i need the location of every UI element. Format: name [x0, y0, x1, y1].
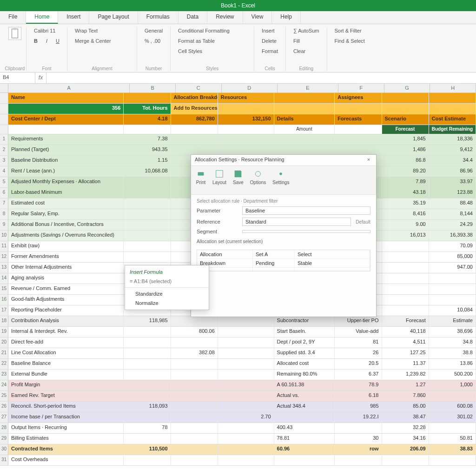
cell[interactable]: 118,985 [124, 316, 171, 326]
row-header[interactable]: 25 [0, 391, 8, 401]
cell[interactable]: 9,412 [429, 145, 476, 155]
cell[interactable] [382, 263, 429, 273]
tab-view[interactable]: View [243, 11, 272, 24]
cell[interactable] [429, 423, 476, 433]
cell[interactable]: 947.00 [429, 263, 476, 273]
cell[interactable] [274, 455, 335, 465]
cell[interactable]: 30 [335, 434, 382, 444]
cell[interactable] [124, 348, 171, 358]
cell[interactable]: 400.43 [274, 423, 335, 433]
cell[interactable]: 1.15 [124, 156, 171, 166]
cell[interactable]: 985 [335, 402, 382, 412]
cell[interactable] [218, 337, 274, 348]
cell[interactable]: 7.89 [382, 177, 429, 187]
cell[interactable]: 1,486 [382, 145, 429, 155]
delete-cells-button[interactable]: Delete [259, 37, 281, 45]
cell[interactable] [171, 134, 218, 145]
insert-cells-button[interactable]: Insert [259, 27, 281, 34]
cell-header-scenario[interactable]: Scenario [382, 114, 429, 125]
cell[interactable] [171, 434, 218, 444]
cell[interactable]: 78.9 [335, 380, 382, 390]
sort-filter-button[interactable]: Sort & Filter [332, 27, 368, 34]
dialog-segment-input[interactable] [242, 230, 370, 233]
cell[interactable] [171, 125, 218, 134]
col-header-c[interactable]: C [176, 84, 222, 93]
cell[interactable] [274, 104, 335, 114]
cell[interactable]: 7.860 [382, 391, 429, 401]
cell-header-estimate[interactable]: Cost Estimate [429, 114, 476, 125]
cell[interactable] [171, 370, 218, 380]
select-all-corner[interactable] [0, 84, 8, 93]
col-header-d[interactable]: D [222, 84, 278, 93]
row-header[interactable]: 7 [0, 198, 8, 209]
cell[interactable]: Exhibit (raw) [8, 241, 124, 251]
cell[interactable] [218, 327, 274, 337]
cell[interactable]: Other Internal Adjustments [8, 263, 124, 273]
cell[interactable]: 356 [8, 104, 124, 114]
cell[interactable] [218, 348, 274, 358]
row-header[interactable]: 21 [0, 348, 8, 358]
format-as-table-button[interactable]: Format as Table [175, 37, 249, 45]
cell[interactable]: 85,000 [429, 252, 476, 262]
cell[interactable] [382, 241, 429, 251]
context-menu-normalize[interactable]: Normalize [125, 298, 209, 308]
cell[interactable]: 800.06 [171, 327, 218, 337]
cell[interactable]: 38.8 [429, 348, 476, 358]
cell[interactable]: 50.81 [429, 434, 476, 444]
cell[interactable]: 11.37 [382, 359, 429, 369]
row-header[interactable]: 20 [0, 337, 8, 348]
row-header[interactable]: 11 [0, 241, 8, 251]
row-header[interactable]: 6 [0, 188, 8, 198]
dialog-list-row[interactable]: BreakdownPendingStable [197, 259, 370, 268]
cell[interactable] [335, 145, 382, 155]
cell[interactable] [124, 241, 171, 251]
cell[interactable]: 34.16 [382, 434, 429, 444]
cell[interactable]: Cost Overheads [8, 455, 124, 465]
cell[interactable] [382, 305, 429, 316]
row-header[interactable]: 31 [0, 455, 8, 465]
cell[interactable]: 19.22.I [335, 412, 382, 423]
tab-file[interactable]: File [0, 11, 26, 24]
cell[interactable]: 34.4 [429, 156, 476, 166]
dialog-save-button[interactable]: Save [233, 169, 244, 192]
cell[interactable]: 35.19 [382, 198, 429, 209]
cell[interactable]: 1.27 [382, 380, 429, 390]
cell[interactable] [124, 337, 171, 348]
cell[interactable]: 8,144 [429, 209, 476, 219]
cell[interactable]: Planned (Target) [8, 145, 124, 155]
col-header-h[interactable]: H [430, 84, 476, 93]
dialog-options-button[interactable]: Options [250, 169, 266, 192]
cell[interactable]: 600.08 [429, 402, 476, 412]
row-header[interactable]: 30 [0, 444, 8, 455]
cell[interactable]: Actual vs. [274, 391, 335, 401]
row-header[interactable]: 23 [0, 370, 8, 380]
cell[interactable]: Supplied std. 3.4 [274, 348, 335, 358]
cell[interactable]: Reconcil. Short-period Items [8, 402, 124, 412]
cell[interactable]: 33.97 [429, 177, 476, 187]
tab-review[interactable]: Review [207, 11, 243, 24]
cell[interactable] [382, 104, 429, 114]
cell[interactable]: 16,393.38 [429, 231, 476, 241]
cell[interactable]: Direct fee-add [8, 337, 124, 348]
row-header[interactable]: 27 [0, 412, 8, 423]
conditional-formatting-button[interactable]: Conditional Formatting [175, 27, 249, 34]
cell[interactable] [171, 316, 218, 326]
cell-header-alloc[interactable]: Allocation Breakdown [171, 93, 218, 103]
cell[interactable] [218, 380, 274, 390]
dialog-layout-button[interactable]: Layout [212, 169, 226, 192]
find-select-button[interactable]: Find & Select [332, 37, 368, 45]
row-header[interactable]: 4 [0, 166, 8, 177]
cell[interactable]: 78 [124, 423, 171, 433]
cell-add-resources[interactable]: Add to Resources [171, 104, 218, 114]
cell[interactable] [171, 423, 218, 433]
cell[interactable] [335, 104, 382, 114]
cell[interactable]: 70.09 [429, 241, 476, 251]
cell[interactable]: 34.8 [429, 337, 476, 348]
cell[interactable]: Revenue / Comm. Earned [8, 284, 124, 294]
row-header[interactable]: 10 [0, 231, 8, 241]
cell[interactable]: 26 [335, 348, 382, 358]
cell[interactable]: Forecast [382, 316, 429, 326]
cell[interactable]: 13.86 [429, 359, 476, 369]
cell[interactable]: 60.96 [274, 444, 335, 455]
cell[interactable] [382, 273, 429, 284]
